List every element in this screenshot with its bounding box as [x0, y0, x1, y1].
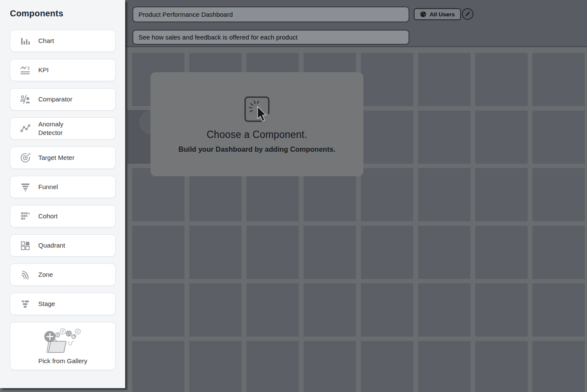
sidebar-title: Components: [10, 9, 116, 18]
grid-cell: [132, 341, 184, 392]
component-item-kpi[interactable]: KPI: [10, 59, 116, 81]
grid-cell: [361, 53, 413, 106]
component-item-label: Stage: [38, 300, 55, 308]
component-item-quadrant[interactable]: Quadrant: [10, 234, 116, 257]
component-item-label: Funnel: [38, 183, 58, 191]
component-item-label: Cohort: [38, 212, 58, 220]
grid-cell: [418, 53, 470, 106]
grid-cell: [361, 283, 413, 337]
component-item-label: Chart: [38, 37, 54, 45]
grid-cell: [132, 283, 184, 337]
gallery-folder-icon: [40, 328, 86, 355]
share-audience-button[interactable]: All Users: [414, 8, 461, 20]
component-item-label: Anomaly Detector: [38, 120, 81, 138]
components-sidebar: Components Chart: [0, 0, 125, 388]
component-item-anomaly-detector[interactable]: Anomaly Detector: [10, 117, 116, 140]
grid-cell: [532, 226, 585, 279]
pick-from-gallery-button[interactable]: Pick from Gallery: [10, 322, 116, 370]
grid-cell: [532, 168, 585, 221]
kpi-trend-icon: [19, 64, 31, 76]
empty-state-subtitle: Build your Dashboard by adding Component…: [151, 145, 363, 153]
grid-cell: [189, 341, 242, 392]
grid-cell: [418, 110, 470, 164]
empty-state-title: Choose a Component.: [151, 129, 363, 141]
dashboard-title-input[interactable]: [132, 6, 409, 22]
grid-cell: [418, 226, 470, 279]
grid-cell: [532, 53, 585, 106]
component-item-chart[interactable]: Chart: [10, 30, 116, 52]
click-select-icon: [151, 94, 363, 126]
grid-cell: [246, 341, 299, 392]
dashboard-grid: Choose a Component. Build your Dashboard…: [127, 49, 587, 392]
grid-cell: [532, 110, 585, 164]
pick-from-gallery-label: Pick from Gallery: [38, 357, 87, 364]
component-item-label: Quadrant: [38, 241, 65, 250]
grid-cell: [475, 110, 528, 164]
grid-cell: [475, 283, 528, 337]
comparator-icon: [19, 94, 31, 105]
component-item-stage[interactable]: Stage: [10, 293, 116, 315]
grid-cell: [475, 226, 528, 279]
grid-cell: [361, 110, 413, 164]
empty-state-panel: Choose a Component. Build your Dashboard…: [151, 72, 363, 176]
dashboard-builder-app: All Users: [0, 0, 587, 392]
grid-cell: [246, 226, 299, 279]
dashboard-description-input[interactable]: [132, 30, 409, 45]
component-item-zone[interactable]: Zone: [10, 263, 116, 286]
component-item-label: Zone: [38, 270, 53, 279]
quadrant-icon: [19, 240, 31, 251]
zone-icon: [19, 269, 31, 281]
bar-chart-icon: [19, 35, 31, 47]
edit-header-button[interactable]: [462, 8, 473, 20]
grid-cell: [475, 168, 528, 221]
grid-cell: [304, 283, 356, 337]
grid-cell: [532, 341, 585, 392]
component-item-label: KPI: [38, 66, 49, 74]
cohort-icon: [19, 211, 31, 222]
grid-cell: [304, 341, 356, 392]
component-item-target-meter[interactable]: Target Meter: [10, 147, 116, 169]
grid-cell: [361, 168, 413, 221]
grid-cell: [532, 283, 585, 337]
grid-cell: [418, 168, 470, 221]
background-petal-shape: [127, 110, 152, 164]
grid-cell: [418, 283, 470, 337]
grid-cell: [418, 341, 470, 392]
target-meter-icon: [19, 152, 31, 164]
grid-cell: [304, 226, 356, 279]
grid-cell: [189, 283, 242, 337]
component-item-label: Target Meter: [38, 153, 74, 162]
grid-cell: [361, 226, 413, 279]
grid-cell: [132, 226, 184, 279]
grid-cell: [475, 53, 528, 106]
grid-cell: [475, 341, 528, 392]
component-item-label: Comparator: [38, 95, 72, 104]
pencil-icon: [464, 11, 471, 17]
grid-cell: [189, 226, 242, 279]
grid-cell: [361, 341, 413, 392]
share-audience-label: All Users: [430, 11, 455, 18]
grid-cell: [246, 283, 299, 337]
globe-icon: [420, 11, 427, 18]
funnel-icon: [19, 181, 31, 193]
component-item-cohort[interactable]: Cohort: [10, 205, 116, 227]
stage-icon: [19, 298, 31, 310]
anomaly-detector-icon: [19, 123, 31, 135]
component-item-comparator[interactable]: Comparator: [10, 88, 116, 110]
component-item-funnel[interactable]: Funnel: [10, 176, 116, 198]
